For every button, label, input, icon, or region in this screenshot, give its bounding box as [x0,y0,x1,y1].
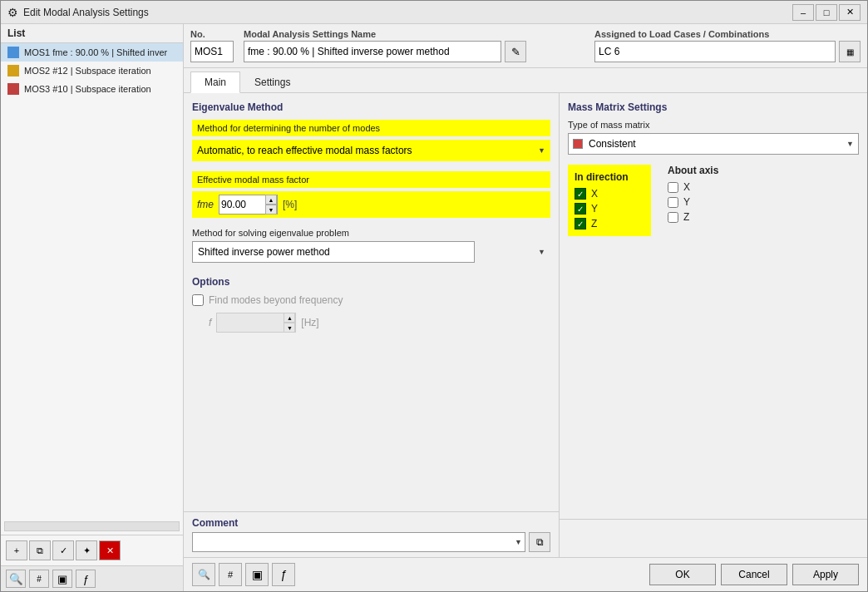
formula-button[interactable]: ƒ [76,570,96,588]
comment-label: Comment [192,517,550,529]
bottom-bar: 🔍 # ▣ ƒ OK Cancel Apply [184,557,867,591]
number-button[interactable]: # [29,570,49,588]
direction-y-check[interactable]: ✓ [575,203,586,215]
right-pane: Mass Matrix Settings Type of mass matrix… [560,93,867,557]
frame-button[interactable]: ▣ [52,570,72,588]
fme-down-button[interactable]: ▼ [265,205,277,215]
direction-y-row: ✓ Y [575,203,644,215]
sidebar-star-button[interactable]: ✦ [76,540,97,560]
direction-axis-row: In direction ✓ X ✓ Y ✓ [568,165,859,236]
comment-section: Comment ▼ ⧉ [184,511,559,557]
fme-label: fme [197,199,214,210]
sidebar-item-mos1-label: MOS1 fme : 90.00 % | Shifted inver [24,47,167,57]
assigned-input[interactable] [594,41,836,62]
name-label: Modal Analysis Settings Name [244,29,584,39]
ok-button[interactable]: OK [649,564,716,585]
bottom-btn-1[interactable]: 🔍 [192,563,215,586]
bottom-icon-buttons: 🔍 # ▣ ƒ [192,563,649,586]
sidebar: List MOS1 fme : 90.00 % | Shifted inver … [1,24,184,591]
right-pane-content: Mass Matrix Settings Type of mass matrix… [560,93,867,519]
mass-type-select[interactable]: Consistent [568,133,859,155]
dialog-buttons: OK Cancel Apply [649,564,859,585]
name-input[interactable] [244,41,501,62]
sidebar-header: List [1,24,183,43]
options-section: Options Find modes beyond frequency f [192,276,550,333]
options-title: Options [192,276,550,288]
mass-type-select-wrapper: Consistent [568,133,859,155]
assigned-row: ▦ [594,41,861,62]
frequency-spinner: ▲ ▼ [216,313,296,333]
axis-y-label: Y [683,196,690,208]
method-modes-select-wrapper: Automatic, to reach effective modal mass… [192,140,550,161]
titlebar: ⚙ Edit Modal Analysis Settings – □ ✕ [1,1,867,24]
eigenvalue-method-select-wrapper: Shifted inverse power method [192,241,550,263]
titlebar-buttons: – □ ✕ [792,4,861,21]
axis-y-checkbox[interactable] [668,197,678,208]
no-input[interactable] [190,41,234,62]
mos2-color-indicator [7,65,19,76]
main-window: ⚙ Edit Modal Analysis Settings – □ ✕ Lis… [0,0,868,592]
sidebar-item-mos3-label: MOS3 #10 | Subspace iteration [24,84,151,94]
comment-copy-button[interactable]: ⧉ [529,532,550,552]
sidebar-scrollbar[interactable] [4,521,180,531]
freq-down-button[interactable]: ▼ [284,323,295,333]
left-pane: Eigenvalue Method Method for determining… [184,93,560,557]
no-field: No. [190,29,234,62]
f-label: f [209,317,211,328]
axis-x-row: X [668,181,718,193]
sidebar-item-mos1[interactable]: MOS1 fme : 90.00 % | Shifted inver [1,43,183,62]
mass-type-label: Type of mass matrix [568,120,859,130]
sidebar-item-mos2-label: MOS2 #12 | Subspace iteration [24,66,151,76]
tab-main[interactable]: Main [190,72,240,93]
sidebar-copy-button[interactable]: ⧉ [29,540,51,560]
fme-up-button[interactable]: ▲ [265,195,277,205]
assigned-icon-button[interactable]: ▦ [839,41,861,62]
cancel-button[interactable]: Cancel [721,564,787,585]
sidebar-check-button[interactable]: ✓ [52,540,74,560]
bottom-btn-4[interactable]: ƒ [272,563,295,586]
eigenvalue-method-label: Method for solving eigenvalue problem [192,228,550,238]
bottom-btn-3[interactable]: ▣ [245,563,269,586]
find-modes-checkbox[interactable] [192,294,204,306]
modal-mass-label: Effective modal mass factor [192,171,550,188]
frequency-input[interactable] [217,313,284,332]
axis-z-checkbox[interactable] [668,212,678,223]
frequency-spin-buttons: ▲ ▼ [284,313,295,333]
direction-z-check[interactable]: ✓ [575,218,586,229]
axis-x-checkbox[interactable] [668,182,678,193]
maximize-button[interactable]: □ [816,4,837,21]
find-modes-label: Find modes beyond frequency [209,294,343,306]
comment-input[interactable] [192,532,525,552]
method-modes-select[interactable]: Automatic, to reach effective modal mass… [192,140,550,161]
sidebar-item-mos2[interactable]: MOS2 #12 | Subspace iteration [1,62,183,80]
mos3-color-indicator [7,83,19,95]
eigenvalue-method-select[interactable]: Shifted inverse power method [192,241,475,263]
fme-unit: [%] [283,199,297,210]
direction-z-row: ✓ Z [575,218,644,229]
window-title: Edit Modal Analysis Settings [23,7,787,18]
axis-title: About axis [668,165,718,176]
method-modes-group: Method for determining the number of mod… [192,120,550,161]
sidebar-add-button[interactable]: + [6,540,27,560]
apply-button[interactable]: Apply [792,564,859,585]
sidebar-delete-button[interactable]: ✕ [99,540,121,560]
sidebar-item-mos3[interactable]: MOS3 #10 | Subspace iteration [1,80,183,98]
no-label: No. [190,29,234,39]
fme-input[interactable] [219,195,265,214]
name-row: ✎ [244,41,584,62]
direction-x-check[interactable]: ✓ [575,188,586,200]
method-modes-label: Method for determining the number of mod… [192,120,550,136]
direction-z-label: Z [591,218,597,229]
minimize-button[interactable]: – [792,4,814,21]
close-button[interactable]: ✕ [839,4,861,21]
eigenvalue-section-title: Eigenvalue Method [192,101,550,113]
mos1-color-indicator [7,47,19,58]
name-edit-button[interactable]: ✎ [505,41,526,62]
axis-y-row: Y [668,196,718,208]
freq-up-button[interactable]: ▲ [284,313,295,323]
right-comment-area [560,519,867,557]
mass-type-group: Type of mass matrix Consistent [568,120,859,155]
tab-settings[interactable]: Settings [240,72,304,92]
search-button[interactable]: 🔍 [6,570,26,588]
bottom-btn-2[interactable]: # [219,563,242,586]
